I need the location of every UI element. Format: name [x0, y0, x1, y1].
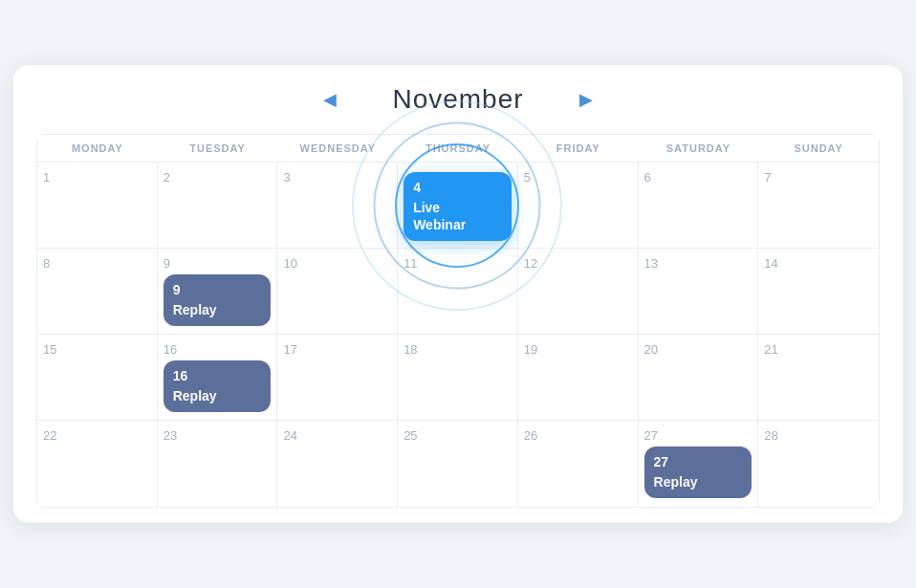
day-number: 10: [283, 256, 391, 271]
day-cell-24: 24: [277, 421, 398, 507]
day-header-sunday: SUNDAY: [758, 135, 879, 163]
day-cell-22: 22: [37, 421, 158, 507]
day-number: 24: [283, 428, 391, 443]
day-number: 19: [524, 342, 632, 357]
day-cell-21: 21: [758, 335, 879, 421]
day-number: 15: [43, 342, 151, 357]
event-date: 4: [413, 180, 502, 195]
day-number: 5: [524, 170, 632, 185]
day-cell-27: 27 27 Replay: [639, 421, 759, 507]
day-header-wednesday: WEDNESDAY: [277, 135, 398, 163]
live-card-wrapper: 4 LiveWebinar: [403, 172, 512, 241]
day-number: 20: [644, 342, 752, 357]
day-number: 27: [644, 428, 752, 443]
event-date: 9: [173, 282, 262, 297]
day-cell-3: 3: [277, 163, 398, 249]
live-webinar-card[interactable]: 4 LiveWebinar: [403, 172, 512, 241]
event-title: Replay: [173, 388, 217, 403]
day-cell-13: 13: [639, 249, 759, 335]
day-number: 22: [43, 428, 151, 443]
event-date: 16: [173, 368, 262, 383]
day-number: 16: [164, 342, 272, 357]
calendar-header: ◀ November ▶: [36, 84, 880, 115]
day-number: 9: [164, 256, 272, 271]
day-header-monday: MONDAY: [37, 135, 158, 163]
day-cell-12: 12: [518, 249, 639, 335]
day-cell-25: 25: [398, 421, 518, 507]
day-header-thursday: THURSDAY: [398, 135, 518, 163]
day-cell-23: 23: [158, 421, 278, 507]
day-number: 7: [764, 170, 873, 185]
day-number: 14: [764, 256, 873, 271]
day-cell-18: 18: [398, 335, 518, 421]
day-number: 28: [764, 428, 873, 443]
event-title: Replay: [654, 474, 698, 490]
day-cell-20: 20: [639, 335, 759, 421]
day-header-friday: FRIDAY: [518, 135, 639, 163]
day-header-tuesday: TUESDAY: [158, 135, 278, 163]
day-cell-7: 7: [758, 163, 879, 249]
day-cell-2: 2: [158, 163, 278, 249]
day-number: 8: [43, 256, 151, 271]
day-number: 1: [43, 170, 151, 185]
month-title: November: [392, 84, 523, 115]
replay-card-27[interactable]: 27 Replay: [644, 446, 752, 498]
day-number: 21: [764, 342, 873, 357]
day-number: 2: [164, 170, 272, 185]
day-cell-14: 14: [758, 249, 879, 335]
day-number: 26: [524, 428, 632, 443]
calendar-grid: MONDAY TUESDAY WEDNESDAY THURSDAY FRIDAY…: [36, 134, 880, 508]
day-cell-10: 10: [277, 249, 398, 335]
day-cell-5: 5: [518, 163, 639, 249]
day-cell-4: 4 LiveWebinar: [398, 163, 518, 249]
day-cell-15: 15: [37, 335, 158, 421]
day-cell-8: 8: [37, 249, 158, 335]
day-number: 12: [524, 256, 632, 271]
day-header-saturday: SATURDAY: [639, 135, 759, 163]
day-cell-26: 26: [518, 421, 639, 507]
prev-month-button[interactable]: ◀: [314, 85, 346, 114]
replay-card-9[interactable]: 9 Replay: [164, 274, 272, 326]
day-cell-19: 19: [518, 335, 639, 421]
day-number: 11: [403, 256, 512, 271]
day-number: 17: [283, 342, 391, 357]
day-number: 6: [644, 170, 752, 185]
event-title: Replay: [173, 302, 217, 317]
day-cell-16: 16 16 Replay: [158, 335, 278, 421]
next-month-button[interactable]: ▶: [570, 85, 602, 114]
replay-card-16[interactable]: 16 Replay: [164, 360, 272, 412]
calendar-container: ◀ November ▶ MONDAY TUESDAY WEDNESDAY TH…: [13, 65, 903, 523]
day-cell-6: 6: [639, 163, 759, 249]
day-number: 25: [403, 428, 512, 443]
day-cell-1: 1: [37, 163, 158, 249]
day-number: 18: [403, 342, 512, 357]
event-date: 27: [654, 454, 743, 469]
day-cell-11: 11: [398, 249, 518, 335]
day-cell-17: 17: [277, 335, 398, 421]
day-number: 3: [283, 170, 391, 185]
day-number: 13: [644, 256, 752, 271]
day-number: 23: [164, 428, 272, 443]
day-cell-9: 9 9 Replay: [158, 249, 278, 335]
event-title: LiveWebinar: [413, 200, 466, 232]
day-cell-28: 28: [758, 421, 879, 507]
